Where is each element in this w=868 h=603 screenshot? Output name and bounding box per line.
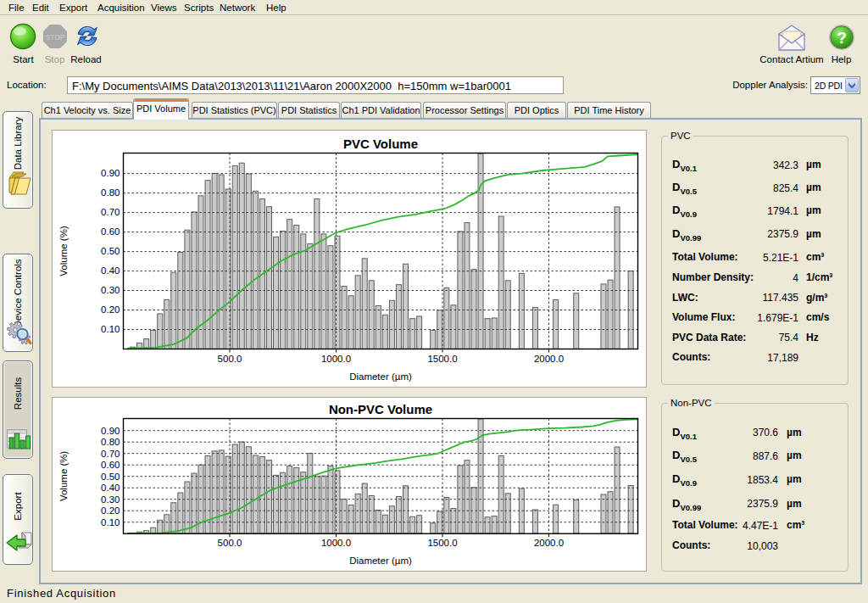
svg-text:0.60: 0.60 xyxy=(101,460,120,470)
svg-text:STOP: STOP xyxy=(46,33,65,42)
svg-text:2000.0: 2000.0 xyxy=(534,354,564,364)
svg-text:500.0: 500.0 xyxy=(218,538,242,548)
svg-text:Volume (%): Volume (%) xyxy=(58,450,69,501)
svg-text:0.70: 0.70 xyxy=(101,449,120,459)
svg-text:2000.0: 2000.0 xyxy=(534,538,564,548)
svg-text:0.50: 0.50 xyxy=(101,246,120,256)
svg-text:0.50: 0.50 xyxy=(101,472,120,482)
svg-text:0.40: 0.40 xyxy=(101,483,120,493)
svg-text:0.80: 0.80 xyxy=(101,187,120,198)
svg-text:0.30: 0.30 xyxy=(101,494,120,505)
svg-text:0.30: 0.30 xyxy=(101,285,120,295)
svg-text:0.90: 0.90 xyxy=(101,426,120,436)
svg-text:1500.0: 1500.0 xyxy=(427,538,457,548)
svg-text:0.70: 0.70 xyxy=(101,207,120,217)
svg-text:0.20: 0.20 xyxy=(101,505,120,516)
svg-text:0.80: 0.80 xyxy=(101,437,120,447)
svg-text:1000.0: 1000.0 xyxy=(321,538,351,548)
svg-text:1500.0: 1500.0 xyxy=(427,354,457,364)
svg-text:500.0: 500.0 xyxy=(218,354,242,364)
svg-text:1000.0: 1000.0 xyxy=(321,354,351,364)
svg-text:Diameter (µm): Diameter (µm) xyxy=(349,556,412,566)
svg-text:Diameter (µm): Diameter (µm) xyxy=(349,371,412,382)
svg-text:0.90: 0.90 xyxy=(101,168,120,178)
svg-text:0.60: 0.60 xyxy=(101,226,120,237)
svg-text:?: ? xyxy=(837,29,847,47)
svg-text:0.10: 0.10 xyxy=(101,517,120,528)
svg-text:0.20: 0.20 xyxy=(101,304,120,315)
svg-text:Volume (%): Volume (%) xyxy=(58,226,69,276)
svg-text:PVC Volume: PVC Volume xyxy=(343,137,418,151)
svg-text:0.10: 0.10 xyxy=(101,324,120,334)
svg-text:0.40: 0.40 xyxy=(101,265,120,276)
svg-text:Non-PVC Volume: Non-PVC Volume xyxy=(329,402,432,416)
